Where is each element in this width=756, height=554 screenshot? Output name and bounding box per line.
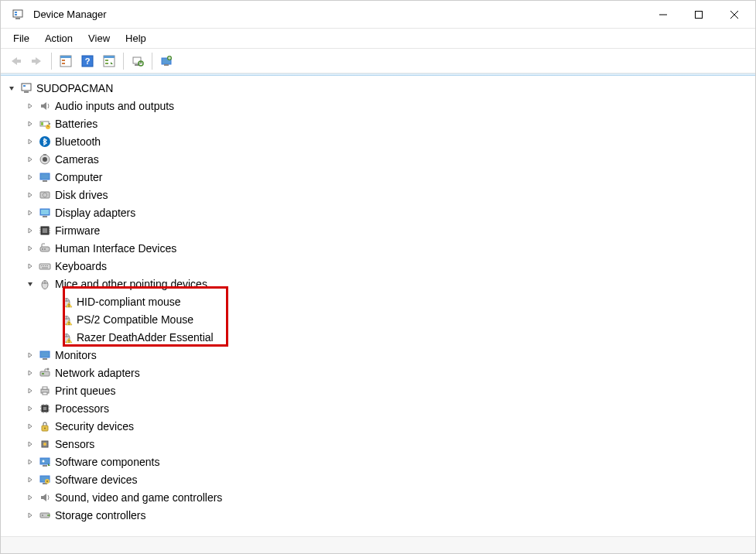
svg-rect-17 (104, 56, 115, 58)
device-category-icon (38, 99, 52, 113)
tree-node-label: Software devices (55, 474, 138, 486)
device-category-icon (38, 348, 52, 362)
device-tree-container[interactable]: SUDOPACMANAudio inputs and outputsBatter… (1, 76, 755, 536)
tree-category-node[interactable]: Sound, video and game controllers (2, 488, 754, 506)
tree-category-node[interactable]: Computer (2, 168, 754, 186)
tree-category-node[interactable]: Disk drives (2, 186, 754, 203)
tree-category-node[interactable]: Bluetooth (2, 132, 754, 150)
expand-icon[interactable] (24, 491, 36, 504)
minimize-button[interactable] (645, 2, 681, 27)
tree-node-label: Computer (55, 171, 102, 183)
tree-category-node[interactable]: Software devices (2, 470, 754, 488)
tree-category-node[interactable]: Print queues (2, 381, 754, 399)
close-button[interactable] (717, 2, 752, 27)
device-category-icon (38, 135, 52, 149)
device-category-icon (38, 366, 52, 380)
tree-category-node[interactable]: Cameras (2, 150, 754, 168)
tree-device-node[interactable]: !Razer DeathAdder Essential (2, 328, 754, 346)
tree-root-node[interactable]: SUDOPACMAN (2, 79, 754, 97)
tree-device-node[interactable]: !PS/2 Compatible Mouse (2, 310, 754, 328)
expand-icon[interactable] (24, 189, 36, 201)
expand-icon[interactable] (24, 100, 36, 112)
svg-rect-3 (15, 14, 17, 15)
expand-icon[interactable] (24, 367, 36, 379)
expand-icon[interactable] (24, 438, 36, 450)
device-category-icon (38, 277, 52, 291)
menu-file[interactable]: File (5, 30, 37, 46)
tree-device-node[interactable]: !HID-compliant mouse (2, 292, 754, 310)
tree-category-node[interactable]: Audio inputs and outputs (2, 97, 754, 115)
help-button[interactable]: ? (77, 51, 97, 71)
expand-icon[interactable] (24, 509, 36, 522)
svg-rect-99 (40, 458, 50, 464)
expand-icon[interactable] (24, 385, 36, 397)
device-category-icon (38, 508, 52, 522)
forward-button (27, 51, 47, 71)
tree-category-node[interactable]: Human Interface Devices (2, 239, 754, 257)
maximize-button[interactable] (681, 2, 717, 27)
svg-rect-30 (49, 123, 50, 125)
expand-icon[interactable] (24, 456, 36, 468)
menu-action[interactable]: Action (37, 30, 80, 46)
device-category-icon: ! (60, 330, 74, 344)
expand-icon[interactable] (24, 349, 36, 361)
expand-icon[interactable] (24, 118, 36, 130)
statusbar (1, 536, 755, 553)
svg-rect-61 (42, 267, 48, 268)
menu-help[interactable]: Help (118, 30, 154, 46)
expand-icon[interactable] (24, 474, 36, 486)
collapse-icon[interactable] (5, 82, 18, 94)
svg-rect-100 (43, 465, 47, 467)
tree-node-label: Security devices (55, 420, 134, 433)
tree-category-node[interactable]: Network adapters (2, 364, 754, 381)
svg-rect-83 (43, 387, 47, 389)
tree-category-node[interactable]: Security devices (2, 417, 754, 435)
expand-icon[interactable] (24, 242, 36, 255)
tree-node-label: Display adapters (55, 207, 135, 219)
svg-rect-24 (164, 64, 169, 66)
tree-category-node[interactable]: Display adapters (2, 203, 754, 221)
tree-node-label: Software components (55, 456, 159, 468)
expand-icon[interactable] (24, 224, 36, 237)
expand-icon[interactable] (24, 420, 36, 433)
collapse-icon[interactable] (24, 278, 36, 290)
tree-category-node[interactable]: Software components (2, 453, 754, 470)
expand-icon[interactable] (24, 260, 36, 272)
tree-node-label: SUDOPACMAN (36, 82, 113, 94)
show-hidden-button[interactable] (99, 51, 119, 71)
expand-icon[interactable] (24, 207, 36, 219)
svg-point-107 (42, 515, 43, 516)
tree-node-label: Sensors (55, 438, 94, 450)
tree-node-label: Bluetooth (55, 135, 101, 148)
add-driver-button[interactable] (156, 51, 176, 71)
tree-category-node[interactable]: Firmware (2, 221, 754, 239)
tree-category-node[interactable]: Sensors (2, 435, 754, 453)
tree-category-node[interactable]: Storage controllers (2, 506, 754, 524)
svg-rect-46 (43, 228, 47, 233)
svg-point-98 (43, 443, 46, 446)
svg-text:?: ? (85, 56, 91, 66)
expand-icon[interactable] (24, 171, 36, 183)
device-category-icon (38, 455, 52, 469)
svg-rect-56 (39, 264, 50, 269)
back-button (5, 51, 26, 71)
device-category-icon (38, 224, 52, 238)
tree-category-node[interactable]: Processors (2, 399, 754, 417)
svg-rect-0 (13, 10, 22, 17)
expand-icon[interactable] (24, 402, 36, 415)
svg-rect-37 (40, 173, 50, 180)
expand-icon[interactable] (24, 135, 36, 148)
device-category-icon (38, 170, 52, 184)
expand-icon[interactable] (24, 153, 36, 166)
tree-category-node[interactable]: Keyboards (2, 257, 754, 275)
svg-rect-77 (40, 351, 50, 357)
tree-category-node[interactable]: Batteries (2, 115, 754, 132)
window-title: Device Manager (32, 9, 645, 20)
tree-node-label: Human Interface Devices (55, 242, 176, 255)
tree-category-node[interactable]: Mice and other pointing devices (2, 275, 754, 292)
menu-view[interactable]: View (80, 30, 118, 46)
properties-button[interactable] (56, 51, 76, 71)
tree-node-label: Audio inputs and outputs (55, 100, 174, 112)
tree-category-node[interactable]: Monitors (2, 346, 754, 364)
scan-hardware-button[interactable] (128, 51, 148, 71)
